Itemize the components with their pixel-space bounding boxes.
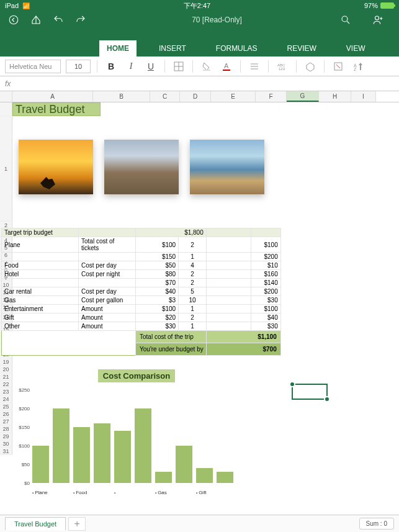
chart-bar[interactable]	[155, 472, 172, 483]
col-header-G[interactable]: G	[287, 91, 319, 102]
row-header-22[interactable]: 22	[0, 381, 12, 388]
svg-rect-6	[223, 70, 230, 71]
formula-input[interactable]	[16, 76, 394, 91]
tab-view[interactable]: VIEW	[339, 40, 373, 56]
x-label: Gas	[155, 490, 196, 495]
summary-under-label[interactable]: You're under budget by	[136, 343, 207, 356]
fill-color-button[interactable]	[199, 59, 214, 74]
tab-review[interactable]: REVIEW	[279, 40, 323, 56]
col-header-B[interactable]: B	[93, 91, 150, 102]
x-label	[114, 490, 155, 495]
tab-home[interactable]: HOME	[99, 40, 137, 56]
budget-table[interactable]: Target trip budget $1,800 PlaneTotal cos…	[1, 228, 281, 356]
file-button[interactable]	[29, 12, 43, 27]
budget-row[interactable]: FoodCost per day$504$10	[2, 261, 281, 270]
selected-cell[interactable]	[292, 384, 328, 400]
search-button[interactable]	[338, 12, 353, 27]
col-header-E[interactable]: E	[211, 91, 256, 102]
font-name-select[interactable]: Helvetica Neu	[5, 60, 61, 73]
chart-bar[interactable]	[73, 427, 90, 483]
chart-bar[interactable]	[32, 446, 49, 483]
ribbon-toolbar: Helvetica Neu 10 B I U A ABC123 AZ	[0, 56, 399, 76]
chart-bar[interactable]	[114, 431, 131, 483]
y-tick: $50	[22, 462, 30, 467]
spreadsheet-area[interactable]: 1234567891011121314151617181920212223242…	[0, 102, 399, 518]
summary-total-value[interactable]: $1,100	[206, 331, 280, 343]
sheet-title-cell[interactable]: Travel Budget	[12, 102, 101, 116]
col-header-F[interactable]: F	[256, 91, 287, 102]
col-header-C[interactable]: C	[150, 91, 180, 102]
row-header-30[interactable]: 30	[0, 440, 12, 448]
borders-button[interactable]	[171, 59, 186, 74]
col-header-H[interactable]: H	[319, 91, 351, 102]
cost-chart[interactable]: Cost Comparison $250$200$150$100$50$0 Pl…	[12, 369, 261, 495]
insert-cells-button[interactable]	[331, 59, 346, 74]
font-color-button[interactable]: A	[219, 59, 234, 74]
bold-button[interactable]: B	[104, 59, 119, 74]
selection-handle-tl[interactable]	[289, 381, 295, 387]
sheet-tab-active[interactable]: Travel Budget	[5, 517, 66, 530]
image-building[interactable]	[104, 140, 179, 194]
budget-row[interactable]: EntertainmentAmount$1001$100	[2, 305, 281, 313]
chart-bar[interactable]	[53, 408, 69, 483]
budget-row[interactable]: PlaneTotal cost of tickets$1002$100	[2, 237, 281, 253]
y-tick: $150	[19, 425, 30, 430]
selection-handle-br[interactable]	[324, 396, 330, 402]
row-header-19[interactable]: 19	[0, 358, 12, 366]
document-title: 70 [Read-Only]	[96, 16, 338, 24]
image-sunset[interactable]	[19, 140, 93, 194]
row-header-31[interactable]: 31	[0, 448, 12, 455]
tab-formulas[interactable]: FORMULAS	[208, 40, 265, 56]
col-header-I[interactable]: I	[351, 91, 376, 102]
back-button[interactable]	[6, 12, 21, 27]
row-header-23[interactable]: 23	[0, 388, 12, 395]
cell-styles-button[interactable]	[303, 59, 318, 74]
budget-row[interactable]: $702$140	[2, 279, 281, 287]
redo-button[interactable]	[73, 12, 88, 27]
x-label: Gift	[196, 490, 237, 495]
device-label: iPad	[5, 2, 19, 9]
chart-bar[interactable]	[94, 423, 110, 483]
chart-bar[interactable]	[176, 446, 192, 483]
row-header-24[interactable]: 24	[0, 395, 12, 403]
row-header-1[interactable]: 1	[0, 116, 12, 222]
row-header-20[interactable]: 20	[0, 366, 12, 373]
row-header-26[interactable]: 26	[0, 410, 12, 418]
summary-total-label[interactable]: Total cost of the trip	[136, 331, 207, 343]
summary-under-value[interactable]: $700	[206, 343, 280, 356]
y-tick: $100	[19, 443, 30, 449]
tab-insert[interactable]: INSERT	[151, 40, 194, 56]
font-size-select[interactable]: 10	[66, 60, 91, 73]
budget-row[interactable]: GasCost per gallon$310$30	[2, 296, 281, 305]
budget-header-amount[interactable]: $1,800	[136, 228, 207, 237]
align-button[interactable]	[247, 59, 262, 74]
add-sheet-button[interactable]: +	[68, 517, 86, 531]
budget-row[interactable]: HotelCost per night$802$160	[2, 270, 281, 279]
budget-row[interactable]: GiftAmount$202$40	[2, 313, 281, 322]
underline-button[interactable]: U	[143, 59, 158, 74]
row-header-29[interactable]: 29	[0, 433, 12, 440]
col-header-A[interactable]: A	[12, 91, 93, 102]
share-button[interactable]	[370, 12, 385, 27]
chart-bar[interactable]	[196, 468, 213, 483]
undo-button[interactable]	[51, 12, 66, 27]
budget-row[interactable]: $1501$200	[2, 253, 281, 261]
budget-header-label[interactable]: Target trip budget	[2, 228, 79, 237]
budget-row[interactable]: Car rentalCost per day$405$200	[2, 287, 281, 296]
sort-filter-button[interactable]: AZ	[351, 59, 365, 74]
image-coast[interactable]	[190, 140, 264, 194]
sheet-tabs-bar: Travel Budget + Sum : 0	[0, 515, 399, 532]
number-format-button[interactable]: ABC123	[275, 59, 290, 74]
row-header-25[interactable]: 25	[0, 403, 12, 410]
row-header-21[interactable]: 21	[0, 373, 12, 381]
italic-button[interactable]: I	[123, 59, 138, 74]
sum-indicator: Sum : 0	[359, 518, 394, 530]
select-all-corner[interactable]	[0, 91, 12, 102]
budget-row[interactable]: OtherAmount$301$30	[2, 322, 281, 331]
col-header-D[interactable]: D	[180, 91, 211, 102]
app-header: 70 [Read-Only]	[0, 11, 399, 39]
chart-bar[interactable]	[135, 408, 151, 483]
chart-bar[interactable]	[217, 472, 233, 483]
row-header-27[interactable]: 27	[0, 418, 12, 425]
row-header-28[interactable]: 28	[0, 425, 12, 433]
